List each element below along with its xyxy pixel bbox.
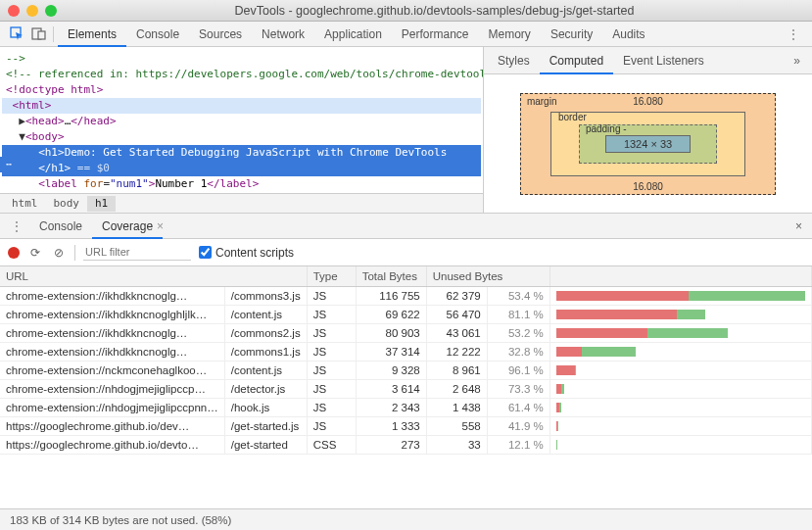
close-tab-icon[interactable]: × [157,219,164,233]
tab-sources[interactable]: Sources [189,22,252,47]
drawer-tab-coverage[interactable]: Coverage [92,214,163,239]
breadcrumb-html[interactable]: html [4,196,46,212]
drawer-menu-icon[interactable]: ⋮ [4,218,29,234]
selected-gutter-icon: ⋯ [0,157,18,172]
breadcrumb-h1[interactable]: h1 [87,196,116,212]
table-row[interactable]: chrome-extension://ikhdkkncnoglg…/common… [0,343,812,361]
table-row[interactable]: chrome-extension://nhdogjmejiglipccpnn…/… [0,399,812,417]
tab-network[interactable]: Network [252,22,314,47]
tab-audits[interactable]: Audits [602,22,654,47]
col-unused[interactable]: Unused Bytes [426,266,549,287]
device-toolbar-icon[interactable] [27,24,49,45]
side-tabs: Styles Computed Event Listeners » [484,47,812,74]
window-titlebar: DevTools - googlechrome.github.io/devtoo… [0,0,812,22]
tab-performance[interactable]: Performance [392,22,479,47]
minimize-window-icon[interactable] [26,5,38,17]
devtools-main-tabs: ElementsConsoleSourcesNetworkApplication… [0,22,812,47]
coverage-table[interactable]: URL Type Total Bytes Unused Bytes chrome… [0,266,812,455]
col-url[interactable]: URL [0,266,307,287]
close-window-icon[interactable] [8,5,20,17]
table-row[interactable]: chrome-extension://ikhdkkncnoglghljlk…/c… [0,306,812,324]
col-total[interactable]: Total Bytes [356,266,426,287]
tab-memory[interactable]: Memory [479,22,541,47]
coverage-status-bar: 183 KB of 314 KB bytes are not used. (58… [0,508,812,530]
more-tools-icon[interactable]: ⋮ [781,26,806,42]
coverage-toolbar: ⟳ ⊘ Content scripts [0,239,812,266]
zoom-window-icon[interactable] [45,5,57,17]
dom-node-h1-selected[interactable]: <h1>Demo: Get Started Debugging JavaScri… [2,145,481,176]
more-side-tabs-icon[interactable]: » [786,54,808,68]
table-row[interactable]: chrome-extension://ikhdkkncnoglg…/common… [0,324,812,343]
styles-sidebar: Styles Computed Event Listeners » margin… [483,47,812,213]
box-model-diagram[interactable]: margin 16.080 border padding - 1324 × 33… [484,74,812,213]
table-row[interactable]: chrome-extension://nckmconehaglkoo…/cont… [0,361,812,380]
tab-elements[interactable]: Elements [58,22,126,47]
window-title: DevTools - googlechrome.github.io/devtoo… [65,4,804,18]
content-scripts-checkbox[interactable]: Content scripts [199,246,294,260]
table-row[interactable]: https://googlechrome.github.io/dev…/get-… [0,417,812,436]
tab-computed[interactable]: Computed [540,47,613,74]
table-row[interactable]: chrome-extension://ikhdkkncnoglg…/common… [0,287,812,306]
close-drawer-icon[interactable]: × [789,219,808,233]
col-type[interactable]: Type [307,266,356,287]
drawer-tabs: ⋮ Console Coverage × × [0,214,812,239]
clear-icon[interactable]: ⊘ [51,246,67,260]
svg-rect-2 [38,31,45,39]
tab-security[interactable]: Security [541,22,602,47]
dom-node-html[interactable]: <html> [6,99,51,112]
dom-node-body[interactable]: <body> [25,130,65,143]
traffic-lights [8,5,57,17]
reload-icon[interactable]: ⟳ [27,246,43,260]
inspect-element-icon[interactable] [6,24,27,45]
table-row[interactable]: https://googlechrome.github.io/devto…/ge… [0,436,812,455]
breadcrumb-body[interactable]: body [46,196,88,212]
dom-node-head[interactable]: <head> [25,115,65,127]
dom-breadcrumb: html body h1 [0,193,483,213]
drawer-tab-console[interactable]: Console [29,214,92,239]
table-row[interactable]: chrome-extension://nhdogjmejiglipccp…/de… [0,380,812,399]
tab-console[interactable]: Console [126,22,189,47]
url-filter-input[interactable] [83,244,191,261]
box-model-content: 1324 × 33 [605,135,691,153]
tab-application[interactable]: Application [314,22,392,47]
record-icon[interactable] [8,247,20,259]
tab-event-listeners[interactable]: Event Listeners [613,47,714,74]
elements-dom-tree[interactable]: --> <!-- referenced in: https://develope… [0,47,483,213]
tab-styles[interactable]: Styles [488,47,540,74]
